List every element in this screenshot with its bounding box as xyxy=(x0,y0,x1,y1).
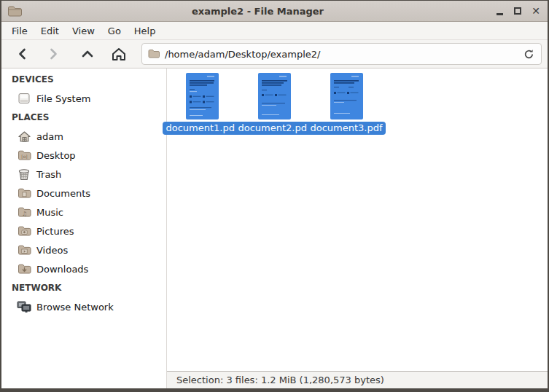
sidebar-item-trash[interactable]: Trash xyxy=(1,165,166,184)
forward-button[interactable] xyxy=(42,43,64,65)
sidebar-item-videos[interactable]: Videos xyxy=(1,240,166,259)
sidebar-item-label: Desktop xyxy=(36,150,76,161)
sidebar-item-documents[interactable]: Documents xyxy=(1,184,166,203)
sidebar-item-label: Music xyxy=(36,207,63,218)
sidebar-item-label: Trash xyxy=(36,169,61,180)
file-view[interactable]: document1.pdf xyxy=(167,68,548,371)
home-button[interactable] xyxy=(108,43,130,65)
sidebar-item-file-system[interactable]: File System xyxy=(1,89,166,108)
window-controls: ✕ xyxy=(494,5,542,17)
folder-app-icon xyxy=(7,5,22,17)
music-folder-icon: ♫ xyxy=(17,205,31,219)
toolbar: /home/adam/Desktop/example2/ xyxy=(1,40,548,68)
maximize-button[interactable] xyxy=(512,5,523,17)
sidebar-item-pictures[interactable]: Pictures xyxy=(1,222,166,240)
pictures-folder-icon xyxy=(17,224,31,238)
up-icon xyxy=(80,47,95,60)
up-button[interactable] xyxy=(77,43,98,65)
path-folder-icon xyxy=(148,49,160,59)
sidebar-item-desktop[interactable]: [o] Desktop xyxy=(1,146,166,165)
documents-folder-icon xyxy=(17,187,31,200)
file-item-document1[interactable]: document1.pdf xyxy=(168,73,236,135)
sidebar-item-label: Pictures xyxy=(36,226,74,237)
sidebar-item-label: Videos xyxy=(36,245,68,256)
network-icon xyxy=(17,300,31,313)
sidebar-item-label: File System xyxy=(36,93,90,104)
back-button[interactable] xyxy=(12,43,34,65)
sidebar-header-network: NETWORK xyxy=(1,278,166,297)
svg-text:♫: ♫ xyxy=(21,211,26,217)
pdf-thumbnail-icon xyxy=(330,73,363,119)
menu-go[interactable]: Go xyxy=(101,23,128,39)
sidebar: DEVICES File System PLACES xyxy=(1,68,167,388)
videos-folder-icon xyxy=(17,243,31,256)
sidebar-item-label: Browse Network xyxy=(36,302,114,313)
home-icon xyxy=(110,46,128,62)
statusbar: Selection: 3 files: 1.2 MiB (1,280,573 b… xyxy=(167,371,548,388)
trash-icon xyxy=(17,168,31,181)
menu-help[interactable]: Help xyxy=(128,23,163,39)
sidebar-item-browse-network[interactable]: Browse Network xyxy=(1,297,166,316)
pathbar[interactable]: /home/adam/Desktop/example2/ xyxy=(141,43,542,65)
menu-file[interactable]: File xyxy=(5,23,34,39)
svg-text:[o]: [o] xyxy=(21,154,27,159)
file-label: document1.pdf xyxy=(163,122,241,135)
menu-edit[interactable]: Edit xyxy=(34,23,66,39)
back-icon xyxy=(16,47,29,60)
close-button[interactable]: ✕ xyxy=(530,5,542,17)
maximize-icon xyxy=(514,7,521,15)
drive-icon xyxy=(17,92,31,105)
pdf-thumbnail-icon xyxy=(186,73,219,119)
pdf-thumbnail-icon xyxy=(258,73,291,119)
home-folder-icon xyxy=(17,130,31,143)
window-title: example2 - File Manager xyxy=(22,6,494,17)
file-item-document2[interactable]: document2.pdf xyxy=(240,73,308,135)
sidebar-item-label: Documents xyxy=(36,188,90,199)
forward-icon xyxy=(47,47,60,60)
file-label: document3.pdf xyxy=(307,122,385,135)
file-manager-window: example2 - File Manager ✕ File Edit View… xyxy=(1,1,548,388)
menubar: File Edit View Go Help xyxy=(1,22,548,40)
close-icon: ✕ xyxy=(532,5,540,17)
sidebar-item-downloads[interactable]: Downloads xyxy=(1,259,166,278)
sidebar-item-label: adam xyxy=(36,131,63,142)
sidebar-item-adam[interactable]: adam xyxy=(1,127,166,146)
sidebar-header-places: PLACES xyxy=(1,108,166,127)
titlebar[interactable]: example2 - File Manager ✕ xyxy=(1,1,548,22)
window-frame: example2 - File Manager ✕ File Edit View… xyxy=(0,0,549,392)
minimize-button[interactable] xyxy=(494,5,505,17)
minimize-icon xyxy=(497,13,503,15)
sidebar-item-label: Downloads xyxy=(36,264,88,275)
sidebar-header-devices: DEVICES xyxy=(1,70,166,89)
path-text: /home/adam/Desktop/example2/ xyxy=(165,49,523,60)
file-item-document3[interactable]: document3.pdf xyxy=(312,73,381,135)
desktop-folder-icon: [o] xyxy=(17,149,31,162)
file-label: document2.pdf xyxy=(235,122,313,135)
main-panel: document1.pdf xyxy=(167,68,548,388)
reload-icon[interactable] xyxy=(523,48,535,60)
content-area: DEVICES File System PLACES xyxy=(1,68,548,388)
sidebar-item-music[interactable]: ♫ Music xyxy=(1,203,166,222)
selection-status-text: Selection: 3 files: 1.2 MiB (1,280,573 b… xyxy=(176,375,384,385)
downloads-folder-icon xyxy=(17,262,31,275)
menu-view[interactable]: View xyxy=(66,23,101,39)
